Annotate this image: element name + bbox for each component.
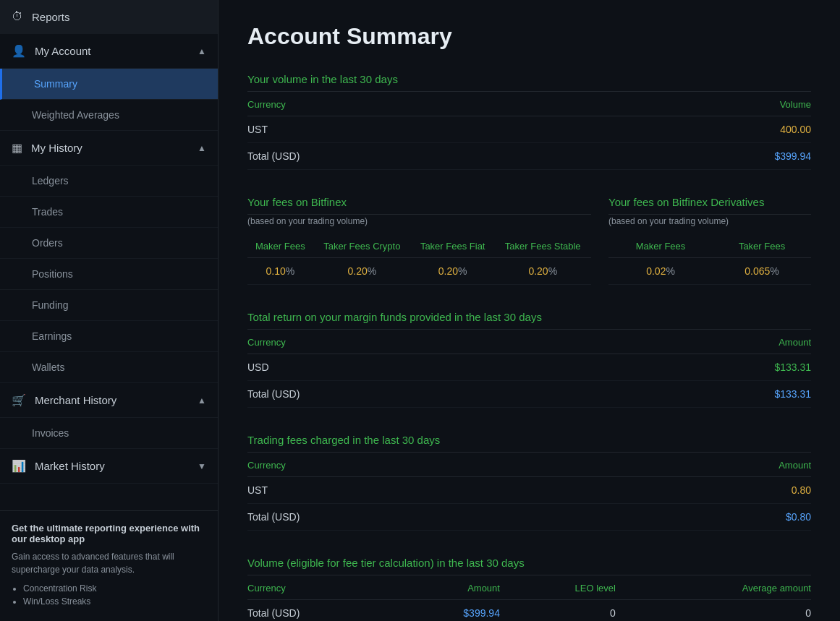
- volume-row-value: 400.00: [579, 116, 811, 143]
- trading-fees-col-amount: Amount: [595, 454, 811, 477]
- margin-table: Currency Amount USD $133.31 Total (USD) …: [247, 331, 811, 408]
- merchant-icon: 🛒: [12, 393, 26, 407]
- eligible-volume-section: Volume (eligible for fee tier calculatio…: [247, 557, 811, 621]
- fees-deriv-col-taker: Taker Fees: [713, 235, 811, 258]
- fees-bitfinex-panel: Your fees on Bitfinex (based on your tra…: [247, 196, 591, 285]
- margin-row-currency: USD: [247, 354, 579, 381]
- sidebar-subitem-weighted-averages[interactable]: Weighted Averages: [0, 100, 218, 131]
- sidebar-subitem-trades[interactable]: Trades: [0, 197, 218, 228]
- trading-fees-row-currency: Total (USD): [247, 504, 595, 531]
- chevron-up-icon: ▲: [198, 46, 206, 56]
- sidebar-subitem-orders[interactable]: Orders: [0, 228, 218, 259]
- main-content: Account Summary Your volume in the last …: [219, 0, 840, 621]
- fees-bitfinex-col-maker: Maker Fees: [247, 235, 313, 258]
- trading-fees-table: Currency Amount UST 0.80 Total (USD) $0.…: [247, 454, 811, 531]
- reports-icon: ⏱: [12, 10, 23, 23]
- eligible-col-leo: LEO level: [500, 577, 616, 600]
- sidebar-item-my-account[interactable]: 👤 My Account ▲: [0, 34, 218, 69]
- fees-bitfinex-taker-crypto: 0.20%: [313, 258, 411, 285]
- eligible-volume-title: Volume (eligible for fee tier calculatio…: [247, 557, 811, 575]
- eligible-volume-table: Currency Amount LEO level Average amount…: [247, 577, 811, 621]
- trading-fees-row-currency: UST: [247, 477, 595, 504]
- fees-derivatives-table: Maker Fees Taker Fees 0.02% 0.065%: [608, 235, 811, 285]
- table-row: UST 0.80: [247, 477, 811, 504]
- chevron-up-icon-history: ▲: [198, 143, 206, 153]
- fees-bitfinex-subtitle: (based on your trading volume): [247, 216, 591, 226]
- eligible-row-leo: 0: [500, 600, 616, 622]
- volume-table: Currency Volume UST 400.00 Total (USD) $…: [247, 93, 811, 170]
- margin-section-title: Total return on your margin funds provid…: [247, 311, 811, 330]
- volume-col-currency: Currency: [247, 93, 579, 116]
- volume-col-volume: Volume: [579, 93, 811, 116]
- fees-bitfinex-table: Maker Fees Taker Fees Crypto Taker Fees …: [247, 235, 591, 285]
- fees-bitfinex-row: 0.10% 0.20% 0.20% 0.20%: [247, 258, 591, 285]
- fees-bitfinex-taker-stable: 0.20%: [494, 258, 591, 285]
- margin-col-currency: Currency: [247, 331, 579, 354]
- trading-fees-row-amount: 0.80: [595, 477, 811, 504]
- fees-derivatives-subtitle: (based on your trading volume): [608, 216, 811, 226]
- table-row: Total (USD) $399.94: [247, 143, 811, 170]
- table-row: Total (USD) $133.31: [247, 381, 811, 408]
- margin-row-currency: Total (USD): [247, 381, 579, 408]
- sidebar-item-merchant-history[interactable]: 🛒 Merchant History ▲: [0, 383, 218, 418]
- table-row: Total (USD) $399.94 0 0: [247, 600, 811, 622]
- fees-bitfinex-col-taker-fiat: Taker Fees Fiat: [411, 235, 495, 258]
- trading-fees-row-amount: $0.80: [595, 504, 811, 531]
- margin-section: Total return on your margin funds provid…: [247, 311, 811, 408]
- fees-deriv-row: 0.02% 0.065%: [608, 258, 811, 285]
- volume-row-currency: Total (USD): [247, 143, 579, 170]
- market-icon: 📊: [12, 459, 26, 473]
- eligible-row-currency: Total (USD): [247, 600, 396, 622]
- fees-bitfinex-maker: 0.10%: [247, 258, 313, 285]
- eligible-row-avg: 0: [616, 600, 811, 622]
- trading-fees-title: Trading fees charged in the last 30 days: [247, 434, 811, 453]
- sidebar: ⏱ Reports 👤 My Account ▲ Summary Weighte…: [0, 0, 219, 621]
- margin-row-amount: $133.31: [579, 354, 811, 381]
- promo-bullet-2: Win/Loss Streaks: [23, 596, 206, 607]
- fees-deriv-taker: 0.065%: [713, 258, 811, 285]
- trading-fees-col-currency: Currency: [247, 454, 595, 477]
- margin-row-amount: $133.31: [579, 381, 811, 408]
- sidebar-subitem-funding[interactable]: Funding: [0, 290, 218, 321]
- volume-section: Your volume in the last 30 days Currency…: [247, 73, 811, 170]
- promo-desc: Gain access to advanced features that wi…: [12, 550, 206, 576]
- sidebar-promo: Get the ultimate reporting experience wi…: [0, 510, 218, 621]
- fees-derivatives-panel: Your fees on Bitfinex Derivatives (based…: [608, 196, 811, 285]
- fees-derivatives-title: Your fees on Bitfinex Derivatives: [608, 196, 811, 215]
- account-icon: 👤: [12, 44, 26, 58]
- fees-bitfinex-col-taker-stable: Taker Fees Stable: [494, 235, 591, 258]
- sidebar-subitem-positions[interactable]: Positions: [0, 259, 218, 290]
- promo-bullet-1: Concentration Risk: [23, 583, 206, 594]
- fees-deriv-col-maker: Maker Fees: [608, 235, 713, 258]
- eligible-row-amount: $399.94: [396, 600, 500, 622]
- table-row: Total (USD) $0.80: [247, 504, 811, 531]
- sidebar-item-reports[interactable]: ⏱ Reports: [0, 0, 218, 34]
- eligible-col-currency: Currency: [247, 577, 396, 600]
- volume-row-currency: UST: [247, 116, 579, 143]
- fees-row: Your fees on Bitfinex (based on your tra…: [247, 196, 811, 285]
- sidebar-subitem-wallets[interactable]: Wallets: [0, 352, 218, 383]
- table-row: USD $133.31: [247, 354, 811, 381]
- eligible-col-amount: Amount: [396, 577, 500, 600]
- fees-bitfinex-col-taker-crypto: Taker Fees Crypto: [313, 235, 411, 258]
- chevron-down-icon-market: ▼: [198, 461, 206, 471]
- fees-bitfinex-taker-fiat: 0.20%: [411, 258, 495, 285]
- page-title: Account Summary: [247, 23, 811, 50]
- promo-title: Get the ultimate reporting experience wi…: [12, 523, 206, 544]
- trading-fees-section: Trading fees charged in the last 30 days…: [247, 434, 811, 531]
- fees-bitfinex-title: Your fees on Bitfinex: [247, 196, 591, 215]
- margin-col-amount: Amount: [579, 331, 811, 354]
- sidebar-subitem-ledgers[interactable]: Ledgers: [0, 166, 218, 197]
- volume-row-value: $399.94: [579, 143, 811, 170]
- chevron-up-icon-merchant: ▲: [198, 395, 206, 406]
- table-row: UST 400.00: [247, 116, 811, 143]
- sidebar-item-my-history[interactable]: ▦ My History ▲: [0, 131, 218, 166]
- sidebar-subitem-invoices[interactable]: Invoices: [0, 418, 218, 449]
- sidebar-subitem-earnings[interactable]: Earnings: [0, 321, 218, 352]
- sidebar-subitem-summary[interactable]: Summary: [0, 69, 218, 100]
- sidebar-item-market-history[interactable]: 📊 Market History ▼: [0, 449, 218, 484]
- eligible-col-avg: Average amount: [616, 577, 811, 600]
- fees-deriv-maker: 0.02%: [608, 258, 713, 285]
- history-icon: ▦: [12, 141, 22, 155]
- volume-section-title: Your volume in the last 30 days: [247, 73, 811, 92]
